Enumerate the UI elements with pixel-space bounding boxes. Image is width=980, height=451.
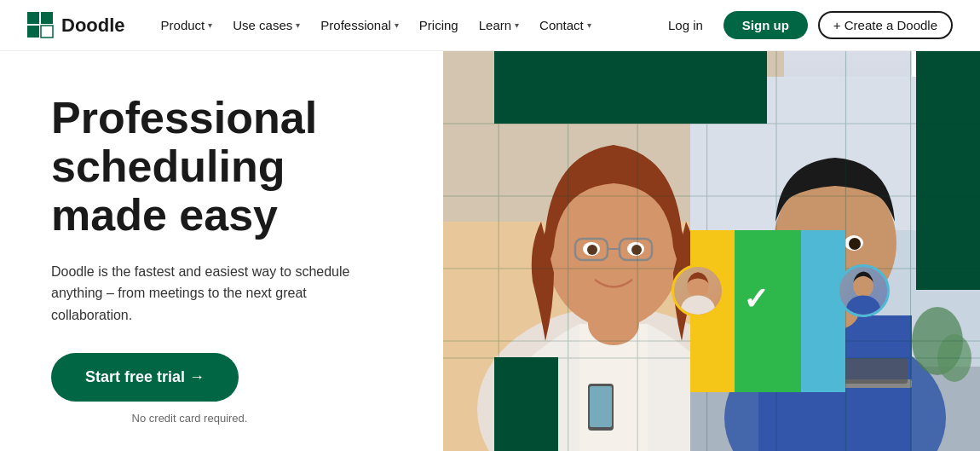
svg-rect-0 bbox=[27, 12, 39, 24]
avatar-woman bbox=[672, 264, 724, 317]
no-credit-card-label: No credit card required. bbox=[51, 412, 328, 425]
hero-right: ✓ bbox=[443, 51, 980, 451]
svg-point-49 bbox=[846, 295, 880, 315]
green-block-right bbox=[916, 51, 980, 290]
main-content: Professional scheduling made easy Doodle… bbox=[0, 51, 980, 451]
logo[interactable]: Doodle bbox=[27, 12, 125, 39]
green-block-top bbox=[494, 51, 767, 124]
learn-chevron-icon: ▾ bbox=[515, 20, 519, 30]
svg-point-41 bbox=[849, 238, 861, 250]
logo-text: Doodle bbox=[61, 14, 125, 37]
nav-professional[interactable]: Professional ▾ bbox=[312, 13, 407, 38]
svg-point-47 bbox=[681, 295, 715, 315]
nav-links: Product ▾ Use cases ▾ Professional ▾ Pri… bbox=[153, 13, 658, 38]
nav-usecases[interactable]: Use cases ▾ bbox=[224, 13, 308, 38]
svg-point-27 bbox=[587, 245, 597, 255]
hero-title: Professional scheduling made easy bbox=[51, 94, 416, 240]
checkmark: ✓ bbox=[743, 281, 769, 317]
green-block-bottom bbox=[494, 357, 558, 451]
nav-right: Log in Sign up + Create a Doodle bbox=[658, 11, 953, 39]
svg-point-45 bbox=[937, 334, 971, 382]
navigation: Doodle Product ▾ Use cases ▾ Professiona… bbox=[0, 0, 980, 51]
usecases-chevron-icon: ▾ bbox=[296, 20, 300, 30]
avatar-man bbox=[837, 264, 890, 317]
svg-rect-2 bbox=[27, 26, 39, 38]
nav-pricing[interactable]: Pricing bbox=[411, 13, 467, 38]
blue-bar bbox=[801, 230, 845, 392]
signup-button[interactable]: Sign up bbox=[723, 11, 808, 39]
start-trial-button[interactable]: Start free trial → bbox=[51, 353, 239, 402]
svg-rect-30 bbox=[590, 386, 612, 427]
svg-rect-1 bbox=[41, 12, 53, 24]
contact-chevron-icon: ▾ bbox=[587, 20, 591, 30]
create-doodle-button[interactable]: + Create a Doodle bbox=[818, 11, 953, 39]
nav-contact[interactable]: Contact ▾ bbox=[531, 13, 600, 38]
hero-subtitle: Doodle is the fastest and easiest way to… bbox=[51, 261, 375, 327]
nav-learn[interactable]: Learn ▾ bbox=[470, 13, 527, 38]
product-chevron-icon: ▾ bbox=[208, 20, 212, 30]
svg-rect-3 bbox=[41, 26, 53, 38]
professional-chevron-icon: ▾ bbox=[395, 20, 399, 30]
hero-left: Professional scheduling made easy Doodle… bbox=[0, 51, 443, 451]
login-button[interactable]: Log in bbox=[658, 13, 713, 38]
svg-point-28 bbox=[631, 245, 642, 255]
nav-product[interactable]: Product ▾ bbox=[153, 13, 222, 38]
